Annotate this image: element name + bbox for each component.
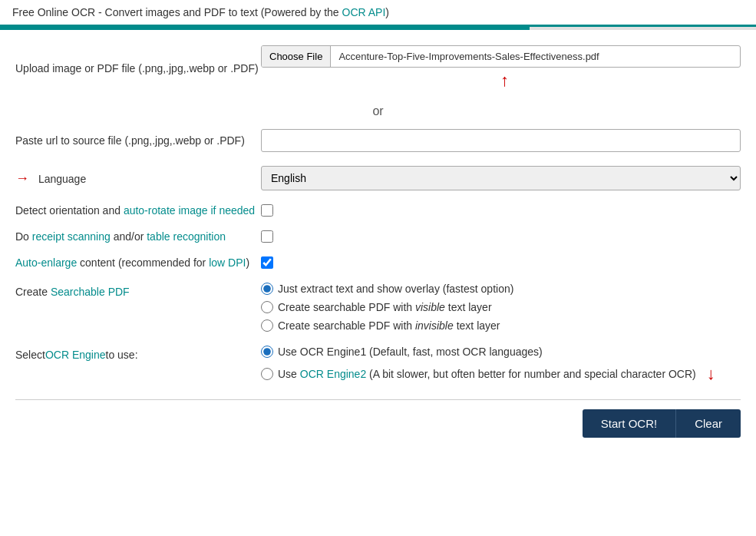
language-row: → Language English [15, 166, 741, 190]
upload-label: Upload image or PDF file (.png,.jpg,.web… [15, 62, 261, 74]
radio-invisible-label: Create searchable PDF with invisible tex… [278, 319, 500, 332]
main-form: Upload image or PDF file (.png,.jpg,.web… [0, 30, 756, 445]
radio-extract-label: Just extract text and show overlay (fast… [278, 283, 513, 295]
auto-enlarge-checkbox[interactable] [261, 256, 273, 269]
searchable-pdf-radio-area: Just extract text and show overlay (fast… [261, 283, 741, 332]
radio-engine2[interactable] [261, 368, 273, 380]
radio-extract-text[interactable] [261, 283, 273, 295]
clear-button[interactable]: Clear [675, 409, 741, 438]
searchable-pdf-row: Create Searchable PDF Just extract text … [15, 283, 741, 332]
upload-control: Choose File Accenture-Top-Five-Improveme… [261, 45, 741, 91]
searchable-pdf-text-before: Create [15, 286, 51, 298]
detect-checkbox-area [261, 204, 741, 217]
searchable-pdf-radio-group: Just extract text and show overlay (fast… [261, 283, 741, 332]
receipt-scanning-link[interactable]: receipt scanning [32, 230, 111, 243]
file-input-wrapper: Choose File Accenture-Top-Five-Improveme… [261, 45, 741, 68]
url-row: Paste url to source file (.png,.jpg,.web… [15, 129, 741, 152]
header-text-after: ) [385, 6, 389, 18]
upload-row: Upload image or PDF file (.png,.jpg,.web… [15, 45, 741, 91]
ocr-engine-text-after: to use: [106, 349, 138, 361]
detect-orientation-row: Detect orientation and auto-rotate image… [15, 204, 741, 217]
ocr-engine-radio-area: Use OCR Engine1 (Default, fast, most OCR… [261, 346, 741, 384]
radio-visible-label: Create searchable PDF with visible text … [278, 301, 492, 313]
ocr-engine-label: Select OCR Engine to use: [15, 346, 261, 361]
receipt-text-before: Do [15, 230, 32, 243]
ocr-engine-radio-group: Use OCR Engine1 (Default, fast, most OCR… [261, 346, 741, 384]
radio-engine1-label: Use OCR Engine1 (Default, fast, most OCR… [278, 346, 543, 358]
url-control [261, 129, 741, 152]
ocr-engine-row: Select OCR Engine to use: Use OCR Engine… [15, 346, 741, 384]
ocr-engine2-link[interactable]: OCR Engine2 [300, 368, 366, 380]
radio-item-extract: Just extract text and show overlay (fast… [261, 283, 741, 295]
searchable-pdf-label: Create Searchable PDF [15, 283, 261, 298]
radio-item-engine2: Use OCR Engine2 (A bit slower, but often… [261, 364, 741, 384]
upload-arrow-icon: ↑ [500, 71, 509, 91]
low-dpi-link[interactable]: low DPI [209, 256, 246, 269]
radio-item-invisible: Create searchable PDF with invisible tex… [261, 319, 741, 332]
radio-visible-pdf[interactable] [261, 301, 273, 313]
upload-arrow-wrapper: ↑ [261, 71, 741, 91]
auto-enlarge-row: Auto-enlarge content (recommended for lo… [15, 256, 741, 269]
language-label: → Language [15, 170, 261, 187]
language-control: English [261, 166, 741, 190]
buttons-row: Start OCR! Clear [15, 399, 741, 438]
radio-engine2-label: Use OCR Engine2 (A bit slower, but often… [278, 368, 696, 380]
ocr-api-link[interactable]: OCR API [342, 6, 386, 18]
radio-item-visible: Create searchable PDF with visible text … [261, 301, 741, 313]
table-recognition-link[interactable]: table recognition [147, 230, 226, 243]
detect-label-text-before: Detect orientation and [15, 204, 124, 217]
detect-orientation-checkbox[interactable] [261, 204, 273, 217]
receipt-text-middle: and/or [111, 230, 147, 243]
start-ocr-button[interactable]: Start OCR! [583, 409, 675, 438]
auto-enlarge-checkbox-area [261, 256, 741, 269]
auto-rotate-link[interactable]: auto-rotate image if needed [124, 204, 255, 217]
choose-file-button[interactable]: Choose File [262, 46, 331, 67]
file-name-display: Accenture-Top-Five-Improvements-Sales-Ef… [331, 46, 740, 67]
url-label: Paste url to source file (.png,.jpg,.web… [15, 134, 261, 147]
radio-item-engine1: Use OCR Engine1 (Default, fast, most OCR… [261, 346, 741, 358]
arrow-down-icon: ↓ [707, 364, 715, 384]
radio-engine2-after: (A bit slower, but often better for numb… [366, 368, 696, 380]
page-header: Free Online OCR - Convert images and PDF… [0, 0, 756, 27]
auto-enlarge-link[interactable]: Auto-enlarge [15, 256, 77, 269]
or-divider: or [15, 104, 741, 118]
ocr-engine-link[interactable]: OCR Engine [45, 349, 106, 361]
detect-label: Detect orientation and auto-rotate image… [15, 204, 261, 217]
ocr-engine-text-before: Select [15, 349, 45, 361]
receipt-checkbox-area [261, 230, 741, 243]
receipt-scanning-checkbox[interactable] [261, 230, 273, 243]
receipt-label: Do receipt scanning and/or table recogni… [15, 230, 261, 243]
auto-enlarge-text-end: ) [246, 256, 249, 269]
arrow-right-icon: → [15, 170, 29, 187]
header-text-before: Free Online OCR - Convert images and PDF… [12, 6, 342, 18]
url-input[interactable] [261, 129, 741, 152]
auto-enlarge-text-middle: content (recommended for [77, 256, 209, 269]
searchable-pdf-link[interactable]: Searchable PDF [51, 286, 130, 298]
radio-engine1[interactable] [261, 346, 273, 358]
language-select[interactable]: English [261, 166, 741, 190]
auto-enlarge-label: Auto-enlarge content (recommended for lo… [15, 256, 261, 269]
radio-invisible-pdf[interactable] [261, 319, 273, 332]
receipt-scanning-row: Do receipt scanning and/or table recogni… [15, 230, 741, 243]
